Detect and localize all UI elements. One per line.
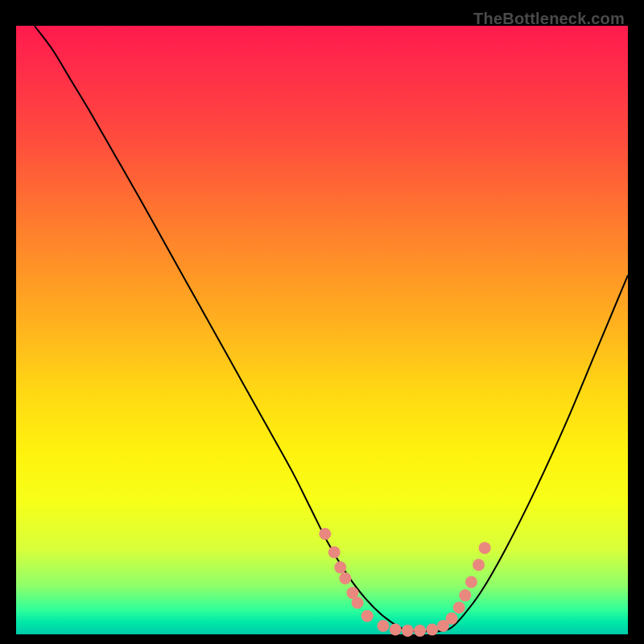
curve-marker: [390, 623, 402, 635]
curve-marker: [465, 576, 477, 588]
bottleneck-curve: [35, 26, 628, 632]
curve-marker: [361, 610, 374, 622]
curve-marker: [352, 597, 364, 609]
curve-layer: [16, 26, 628, 634]
curve-marker: [453, 601, 465, 613]
plot-area: [16, 26, 628, 634]
curve-marker: [319, 528, 331, 540]
curve-marker: [414, 625, 426, 637]
curve-marker: [402, 625, 414, 637]
chart-frame: TheBottleneck.com: [8, 8, 636, 636]
curve-marker: [328, 546, 341, 558]
curve-marker: [334, 561, 346, 573]
curve-marker: [459, 589, 471, 601]
marker-group: [319, 528, 490, 637]
curve-marker: [473, 559, 485, 571]
curve-marker: [426, 623, 438, 635]
curve-marker: [479, 542, 491, 554]
curve-marker: [378, 620, 390, 632]
curve-marker: [446, 613, 458, 625]
curve-marker: [339, 572, 351, 584]
